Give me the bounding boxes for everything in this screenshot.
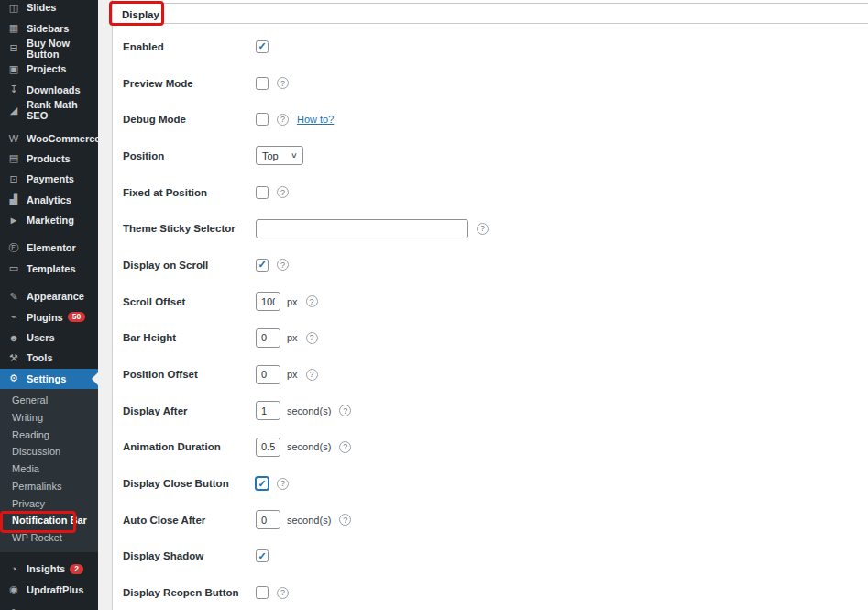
help-icon[interactable]: ? — [277, 259, 289, 271]
sidebar-item-settings[interactable]: ⚙Settings — [0, 369, 98, 389]
help-icon[interactable]: ? — [277, 587, 289, 599]
setting-label-scroll-offset: Scroll Offset — [123, 296, 256, 307]
help-icon[interactable]: ? — [277, 186, 289, 198]
sidebar-item-projects[interactable]: ▣Projects — [0, 59, 98, 79]
sidebar-item-label: Downloads — [27, 84, 81, 95]
appearance-icon: ✎ — [7, 291, 20, 303]
display-reopen-button-checkbox[interactable] — [256, 586, 269, 599]
submenu-item-notification-bar[interactable]: Notification Bar — [0, 512, 98, 529]
setting-control-animation-duration: second(s)? — [256, 438, 351, 457]
submenu-item-discussion[interactable]: Discussion — [0, 443, 98, 460]
position-select-value: Top — [262, 150, 279, 161]
insights-count-badge: 2 — [70, 564, 83, 575]
submenu-item-writing[interactable]: Writing — [0, 409, 98, 427]
submenu-item-label: General — [12, 394, 48, 405]
admin-menu-footer: ◔Insights2◉UpdraftPlus▪ — [0, 559, 98, 610]
sidebar-item-payments[interactable]: ⊡Payments — [0, 169, 98, 189]
submenu-item-label: Media — [12, 463, 39, 474]
submenu-item-general[interactable]: General — [0, 392, 98, 409]
display-close-button-checkbox[interactable]: ✓ — [256, 477, 269, 490]
sidebar-item-analytics[interactable]: ▟Analytics — [0, 190, 98, 210]
setting-row-fixed-at-position: Fixed at Position? — [113, 174, 868, 211]
setting-row-position: PositionTop∨ — [113, 138, 868, 174]
bar-height-input[interactable] — [256, 328, 280, 348]
animation-duration-input[interactable] — [256, 438, 280, 457]
submenu-item-wp-rocket[interactable]: WP Rocket — [0, 529, 98, 547]
fixed-at-position-checkbox[interactable] — [256, 186, 269, 199]
tools-icon: ⚒ — [7, 352, 20, 364]
submenu-item-label: Reading — [12, 429, 49, 440]
sidebar-item-appearance[interactable]: ✎Appearance — [0, 286, 98, 306]
sidebar-item-label: Projects — [27, 63, 66, 74]
position-select[interactable]: Top∨ — [256, 146, 303, 165]
sidebar-item-label: UpdraftPlus — [27, 584, 83, 595]
auto-close-after-unit-label: second(s) — [287, 515, 331, 526]
submenu-item-label: Discussion — [12, 446, 60, 457]
setting-row-animation-duration: Animation Durationsecond(s)? — [113, 429, 868, 466]
sidebar-item-slides[interactable]: ◫Slides — [0, 0, 98, 17]
setting-row-position-offset: Position Offsetpx? — [113, 356, 868, 393]
submenu-item-reading[interactable]: Reading — [0, 426, 98, 443]
sidebar-item-marketing[interactable]: ►Marketing — [0, 210, 98, 230]
display-shadow-checkbox[interactable]: ✓ — [256, 549, 269, 562]
setting-label-animation-duration: Animation Duration — [123, 441, 256, 452]
help-icon[interactable]: ? — [277, 77, 289, 89]
setting-control-position-offset: px? — [256, 365, 318, 384]
enabled-checkbox[interactable]: ✓ — [256, 40, 269, 53]
theme-sticky-selector-input[interactable] — [256, 219, 468, 238]
sidebar-item-downloads[interactable]: ↧Downloads — [0, 80, 98, 100]
submenu-item-label: Privacy — [12, 498, 45, 509]
help-icon[interactable]: ? — [306, 369, 318, 381]
setting-control-debug-mode: ?How to? — [256, 113, 334, 126]
sidebar-item-label: Slides — [27, 2, 56, 13]
help-icon[interactable]: ? — [339, 441, 351, 453]
tab-display[interactable]: Display — [113, 4, 163, 25]
setting-label-enabled: Enabled — [123, 41, 256, 52]
sidebar-item-buy-now-button[interactable]: ⊟Buy Now Button — [0, 39, 98, 59]
sidebar-item-label: Insights — [27, 563, 65, 574]
bar-height-unit-label: px — [287, 332, 298, 343]
sidebar-item-elementor[interactable]: ⒺElementor — [0, 238, 98, 258]
partial-item-icon: ▪ — [7, 604, 20, 610]
sidebar-item-label: Elementor — [27, 242, 76, 253]
setting-control-enabled: ✓ — [256, 40, 269, 53]
sidebar-item-sidebars[interactable]: ▦Sidebars — [0, 17, 98, 38]
submenu-item-media[interactable]: Media — [0, 460, 98, 478]
scroll-offset-unit-label: px — [287, 296, 298, 307]
help-icon[interactable]: ? — [477, 223, 489, 235]
setting-control-display-reopen-button: ? — [256, 586, 289, 599]
preview-mode-checkbox[interactable] — [256, 77, 269, 90]
display-on-scroll-checkbox[interactable]: ✓ — [256, 259, 269, 272]
how-to-link[interactable]: How to? — [297, 114, 334, 125]
sidebar-item-plugins[interactable]: ⌁Plugins50 — [0, 306, 98, 327]
sidebar-item-woocommerce[interactable]: WWooCommerce — [0, 128, 98, 148]
debug-mode-checkbox[interactable] — [256, 113, 269, 126]
sidebar-item-label: Buy Now Button — [27, 38, 98, 60]
display-after-input[interactable] — [256, 401, 280, 420]
help-icon[interactable]: ? — [306, 295, 318, 307]
help-icon[interactable]: ? — [339, 405, 351, 416]
position-offset-input[interactable] — [256, 365, 280, 384]
sidebar-item-partial[interactable]: ▪ — [0, 600, 98, 610]
sidebar-item-products[interactable]: ▤Products — [0, 149, 98, 169]
help-icon[interactable]: ? — [277, 114, 289, 126]
sidebar-item-updraftplus[interactable]: ◉UpdraftPlus — [0, 580, 98, 600]
submenu-item-privacy[interactable]: Privacy — [0, 494, 98, 512]
sidebar-item-insights[interactable]: ◔Insights2 — [0, 559, 98, 579]
submenu-item-permalinks[interactable]: Permalinks — [0, 477, 98, 494]
setting-row-theme-sticky-selector: Theme Sticky Selector? — [113, 210, 868, 247]
help-icon[interactable]: ? — [306, 332, 318, 344]
help-icon[interactable]: ? — [339, 514, 351, 526]
sidebar-item-templates[interactable]: ▭Templates — [0, 259, 98, 279]
setting-control-display-shadow: ✓ — [256, 549, 269, 562]
rank-math-icon: ◢ — [7, 105, 20, 116]
sidebar-item-tools[interactable]: ⚒Tools — [0, 348, 98, 368]
sidebar-item-rank-math-seo[interactable]: ◢Rank Math SEO — [0, 100, 98, 120]
sidebar-item-users[interactable]: ☻Users — [0, 327, 98, 348]
submenu-item-label: WP Rocket — [12, 532, 62, 543]
setting-control-theme-sticky-selector: ? — [256, 219, 489, 238]
scroll-offset-input[interactable] — [256, 292, 280, 311]
auto-close-after-input[interactable] — [256, 510, 280, 529]
help-icon[interactable]: ? — [277, 478, 289, 490]
sidebars-icon: ▦ — [7, 22, 20, 34]
